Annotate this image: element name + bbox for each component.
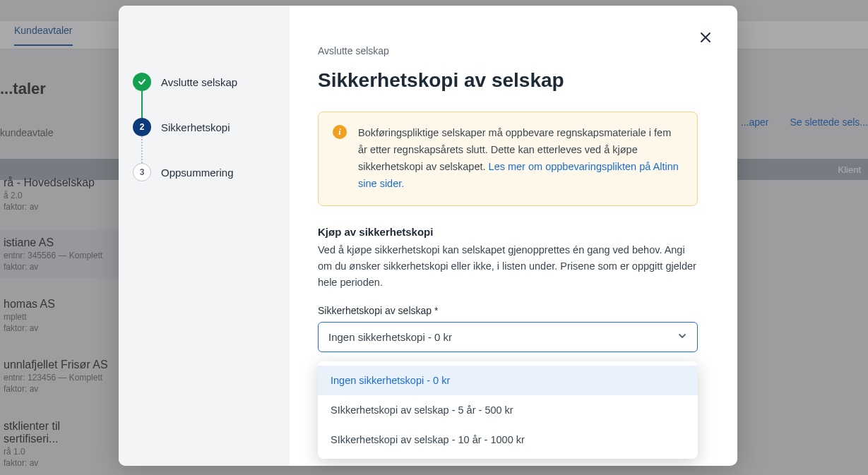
modal-stepper-sidebar: Avslutte selskap 2 Sikkerhetskopi 3 Opps…	[119, 6, 290, 466]
dropdown-option-10yr[interactable]: SIkkerhetskopi av selskap - 10 år - 1000…	[318, 425, 698, 455]
dropdown-option-none[interactable]: Ingen sikkerhetskopi - 0 kr	[318, 366, 698, 395]
section-description: Ved å kjøpe sikkerhetskopi kan selskapet…	[318, 242, 698, 291]
step-number: 2	[133, 118, 151, 136]
select-value: Ingen sikkerhetskopi - 0 kr	[328, 331, 452, 343]
step-connector	[141, 91, 143, 118]
step-avslutte[interactable]: Avslutte selskap	[133, 73, 275, 91]
section-title: Kjøp av sikkerhetskopi	[318, 226, 698, 238]
field-label: Sikkerhetskopi av selskap *	[318, 305, 698, 316]
select-wrapper: Ingen sikkerhetskopi - 0 kr Ingen sikker…	[318, 322, 698, 352]
modal-breadcrumb: Avslutte selskap	[318, 45, 698, 56]
step-label: Oppsummering	[161, 167, 234, 179]
modal-dialog: Avslutte selskap 2 Sikkerhetskopi 3 Opps…	[119, 6, 737, 466]
dropdown-menu: Ingen sikkerhetskopi - 0 kr SIkkerhetsko…	[318, 361, 698, 459]
step-oppsummering[interactable]: 3 Oppsummering	[133, 163, 275, 181]
info-icon: i	[333, 125, 347, 139]
modal-title: Sikkerhetskopi av selskap	[318, 69, 698, 92]
step-label: Sikkerhetskopi	[161, 121, 230, 133]
dropdown-option-5yr[interactable]: SIkkerhetskopi av selskap - 5 år - 500 k…	[318, 395, 698, 425]
alert-text: Bokføringspliktige selskaper må oppbevar…	[358, 125, 683, 193]
step-connector	[141, 136, 143, 163]
info-alert: i Bokføringspliktige selskaper må oppbev…	[318, 112, 698, 206]
close-button[interactable]	[699, 31, 712, 47]
step-number: 3	[133, 163, 151, 181]
close-icon	[699, 31, 712, 44]
modal-content: Avslutte selskap Sikkerhetskopi av selsk…	[290, 6, 737, 466]
check-icon	[133, 73, 151, 91]
chevron-down-icon	[677, 331, 687, 343]
backup-select[interactable]: Ingen sikkerhetskopi - 0 kr	[318, 322, 698, 352]
step-sikkerhetskopi[interactable]: 2 Sikkerhetskopi	[133, 118, 275, 136]
step-label: Avslutte selskap	[161, 76, 237, 88]
